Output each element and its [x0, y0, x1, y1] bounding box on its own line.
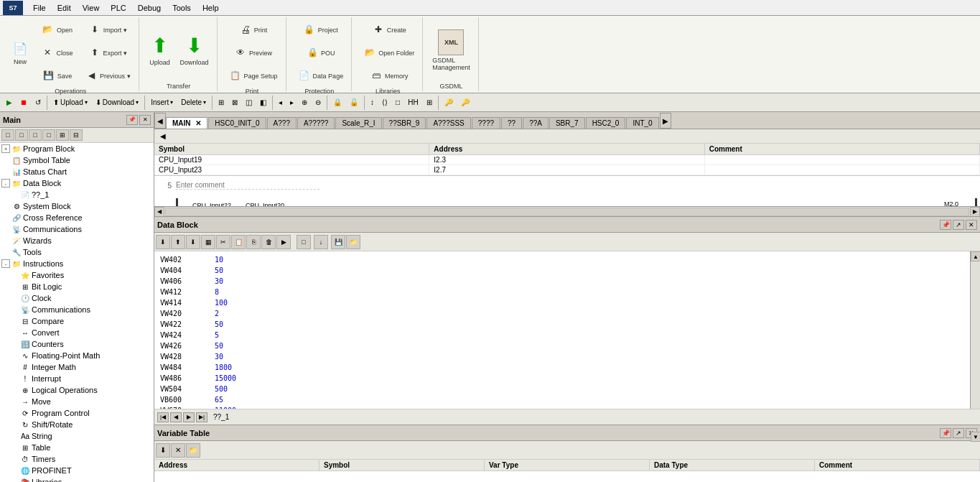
menu-tools[interactable]: Tools: [167, 2, 197, 14]
menu-view[interactable]: View: [77, 2, 106, 14]
export-button[interactable]: ⬆ Export ▾: [79, 42, 134, 63]
datapage-button[interactable]: 📄 Data Page: [292, 65, 347, 86]
panel-tb-4[interactable]: □: [42, 129, 55, 141]
hscroll-left-btn[interactable]: ◀: [154, 207, 164, 217]
tab-sbr7[interactable]: SBR_7: [549, 117, 585, 129]
tree-item-move[interactable]: → Move: [0, 396, 154, 407]
tb-icon-13[interactable]: □: [392, 95, 403, 111]
program-block-toggle[interactable]: +: [1, 144, 10, 153]
tree-item-instructions[interactable]: - 📁 Instructions: [0, 258, 154, 269]
previous-button[interactable]: ◀ Previous ▾: [79, 65, 134, 86]
db-tb-8[interactable]: 🗑: [261, 235, 276, 249]
db-float-button[interactable]: ↗: [953, 220, 964, 230]
tb-icon-12[interactable]: ⟨⟩: [378, 95, 391, 111]
tree-item-table[interactable]: ⊞ Table: [0, 442, 154, 453]
tree-item-comm-instr[interactable]: 📡 Communications: [0, 304, 154, 315]
upload-button[interactable]: ⬆ Upload: [145, 32, 175, 68]
new-button[interactable]: 📄 New: [7, 37, 33, 68]
tree-item-communications[interactable]: 📡 Communications: [0, 223, 154, 235]
panel-tb-3[interactable]: □: [29, 129, 42, 141]
tab-nav-left[interactable]: ◀: [154, 113, 166, 129]
db-tb-9[interactable]: ▶: [276, 235, 291, 249]
tree-item-logical-ops[interactable]: ⊕ Logical Operations: [0, 384, 154, 396]
editor-hscroll[interactable]: ◀ ▶: [154, 206, 980, 216]
hscroll-right-btn[interactable]: ▶: [970, 207, 980, 217]
tb-icon-5[interactable]: ◂: [275, 95, 286, 111]
panel-tb-2[interactable]: □: [15, 129, 28, 141]
tb-icon-1[interactable]: ⊞: [215, 95, 228, 111]
memory-button[interactable]: 🗃 Memory: [364, 65, 412, 86]
tree-item-system-block[interactable]: ⚙ System Block: [0, 200, 154, 212]
panel-tb-5[interactable]: ⊞: [56, 129, 69, 141]
tb-icon-9[interactable]: 🔒: [330, 95, 345, 111]
panel-pin-button[interactable]: 📌: [126, 115, 138, 125]
tree-item-convert[interactable]: ↔ Convert: [0, 327, 154, 338]
pagesetup-button[interactable]: 📋 Page Setup: [223, 65, 281, 86]
tb-icon-7[interactable]: ⊕: [298, 95, 311, 111]
run-button[interactable]: ▶: [3, 95, 16, 111]
tb-icon-6[interactable]: ▸: [286, 95, 297, 111]
tab-sbr9[interactable]: ??SBR_9: [383, 117, 426, 129]
print-button[interactable]: 🖨 Print: [233, 19, 271, 40]
tb-icon-3[interactable]: ◫: [242, 95, 256, 111]
tree-item-bit-logic[interactable]: ⊞ Bit Logic: [0, 281, 154, 292]
insert-button[interactable]: Insert ▾: [147, 95, 177, 111]
tree-item-db-child[interactable]: 📄 ??_1: [0, 189, 154, 200]
tb-icon-10[interactable]: 🔓: [346, 95, 362, 111]
db-tb-12[interactable]: 💾: [331, 235, 345, 249]
tree-item-interrupt[interactable]: ! Interrupt: [0, 373, 154, 384]
tb-icon-11[interactable]: ↕: [367, 95, 378, 111]
db-tb-7[interactable]: ⎘: [246, 235, 261, 249]
tree-item-symbol-table[interactable]: 📋 Symbol Table: [0, 154, 154, 166]
sec-upload-button[interactable]: ⬆ Upload ▾: [50, 95, 91, 111]
db-tb-6[interactable]: 📋: [231, 235, 246, 249]
delete-button[interactable]: Delete ▾: [177, 95, 210, 111]
tree-item-string[interactable]: Aa String: [0, 430, 154, 442]
import-button[interactable]: ⬇ Import ▾: [79, 19, 134, 40]
tree-item-favorites[interactable]: ⭐ Favorites: [0, 269, 154, 281]
db-nav-prev[interactable]: ◀: [170, 412, 182, 422]
db-tb-10[interactable]: □: [297, 235, 311, 249]
menu-debug[interactable]: Debug: [132, 2, 167, 14]
menu-help[interactable]: Help: [197, 2, 225, 14]
tab-a[interactable]: A???: [267, 117, 297, 129]
tree-item-program-block[interactable]: + 📁 Program Block: [0, 143, 154, 154]
db-vscroll-up[interactable]: ▲: [971, 251, 980, 261]
tab-a3[interactable]: A???SSS: [426, 117, 470, 129]
editor-nav-back[interactable]: ◀: [157, 132, 169, 140]
download-button[interactable]: ⬇ Download: [177, 32, 213, 68]
tree-item-counters[interactable]: 🔢 Counters: [0, 338, 154, 350]
menu-file[interactable]: File: [27, 2, 52, 14]
tb-icon-14[interactable]: HH: [404, 95, 421, 111]
open-button[interactable]: 📂 Open: [34, 19, 78, 40]
tab-a2[interactable]: A?????: [297, 117, 335, 129]
tree-item-shift-rotate[interactable]: ↻ Shift/Rotate: [0, 419, 154, 430]
tree-item-profinet[interactable]: 🌐 PROFINET: [0, 465, 154, 476]
data-block-toggle[interactable]: -: [1, 179, 10, 187]
rung-comment-input[interactable]: [176, 181, 319, 190]
db-vscroll[interactable]: ▲ ▼: [970, 251, 980, 409]
tree-item-wizards[interactable]: 🪄 Wizards: [0, 235, 154, 246]
sec-download-button[interactable]: ⬇ Download ▾: [92, 95, 142, 111]
tb-icon-2[interactable]: ⊠: [228, 95, 241, 111]
tree-item-compare[interactable]: ⊟ Compare: [0, 315, 154, 327]
tab-hsc0[interactable]: HSC0_INIT_0: [208, 117, 266, 129]
tree-item-timers[interactable]: ⏱ Timers: [0, 453, 154, 465]
tab-int0[interactable]: INT_0: [626, 117, 658, 129]
db-tb-3[interactable]: ⬇: [186, 235, 200, 249]
db-tb-2[interactable]: ⬆: [171, 235, 185, 249]
hscroll-track[interactable]: [165, 208, 969, 216]
tree-item-fp-math[interactable]: ∿ Floating-Point Math: [0, 350, 154, 361]
tree-item-libraries[interactable]: 📚 Libraries: [0, 476, 154, 482]
tree-item-tools[interactable]: 🔧 Tools: [0, 246, 154, 258]
tb-icon-15[interactable]: ⊞: [423, 95, 436, 111]
vt-tb-1[interactable]: ⬇: [156, 443, 170, 458]
tb-icon-4[interactable]: ◧: [256, 95, 270, 111]
db-tb-4[interactable]: ▦: [201, 235, 215, 249]
panel-tb-1[interactable]: □: [1, 129, 14, 141]
tab-scale[interactable]: Scale_R_I: [335, 117, 381, 129]
db-close-button[interactable]: ✕: [966, 220, 977, 230]
db-pin-button[interactable]: 📌: [940, 220, 951, 230]
vt-tb-2[interactable]: ✕: [171, 443, 185, 458]
tab-nav-right[interactable]: ▶: [660, 113, 671, 129]
